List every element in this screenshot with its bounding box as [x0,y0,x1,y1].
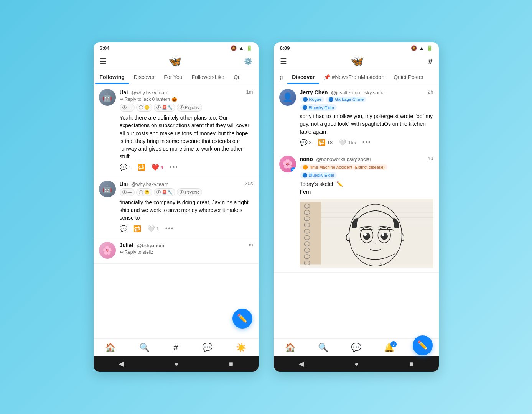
tab-discover-1[interactable]: Discover [129,70,159,84]
search-nav-1[interactable]: 🔍 [139,343,150,353]
more-btn-1[interactable]: ••• [170,164,178,171]
label-2a[interactable]: Ⓘ — [120,188,135,196]
like-btn-2[interactable]: 🤍 1 [147,225,159,232]
label-1b[interactable]: Ⓘ 🙂 [136,104,152,112]
post-text-jerry: sorry i had to unfollow you, my polterge… [300,112,433,136]
compose-btn-1[interactable]: ✏️ [232,309,252,329]
reply-btn-1[interactable]: 💬 1 [120,164,132,171]
badge-time-machine: 🟠 Time Machine Accident (Extinct disease… [300,164,388,170]
more-btn-jerry[interactable]: ••• [362,139,371,146]
android-nav-1: ◀ ● ■ [94,356,259,372]
post-actions-1: 💬 1 🔁 ❤️ 4 ••• [120,164,253,171]
author-handle-nono: @nonoworks.bsky.social [316,156,371,162]
post-content-nono: nono @nonoworks.bsky.social 1d 🟠 Time Ma… [300,156,433,268]
hashtag-nav-1[interactable]: # [173,343,178,353]
recents-btn-2[interactable]: ■ [409,360,413,368]
filter-icon-1[interactable]: ⚙️ [244,57,252,66]
wifi-icon-1: ▲ [239,45,244,51]
recents-btn-1[interactable]: ■ [229,360,233,368]
back-btn-2[interactable]: ◀ [299,360,304,368]
tab-foryou[interactable]: For You [159,70,187,84]
svg-point-21 [364,233,366,236]
repost-btn-1[interactable]: 🔁 [138,164,145,171]
post-author-row-1: Uai @why.bsky.team [120,89,169,96]
notif-badge: 3 [390,341,397,347]
chat-nav-2[interactable]: 💬 [351,343,361,353]
reply-icon-2: 💬 [120,225,127,232]
app-header-1: ☰ 🦋 ⚙️ [94,53,259,70]
reply-arrow-3: ↩ [120,250,124,255]
author-name-1: Uai [120,89,128,95]
post-nono: 🌸 + nono @nonoworks.bsky.social 1d 🟠 Tim… [274,151,439,273]
reply-to-1: ↩ Reply to jack 0 lantern 🎃 [120,97,253,102]
compose-btn-2[interactable]: ✏️ [413,335,433,355]
repost-btn-jerry[interactable]: 🔁 18 [318,139,333,146]
back-btn-1[interactable]: ◀ [119,360,124,368]
sun-nav-1[interactable]: ☀️ [236,343,246,353]
tab-following[interactable]: Following [95,70,129,84]
author-handle-3: @bsky.mom [137,243,164,248]
avatar-juliet: 🌸 [99,242,116,259]
badges-jerry: 🔵 Rogue 🔵 Garbage Chute [300,97,433,102]
tab-qu[interactable]: Qu [229,70,245,84]
menu-icon-1[interactable]: ☰ [100,57,107,66]
phone-frame-1: 6:04 🔕 ▲ 🔋 ☰ 🦋 ⚙️ Following Discover For… [94,42,259,372]
repost-btn-2[interactable]: 🔁 [133,225,141,232]
post-actions-jerry: 💬 8 🔁 18 🤍 159 ••• [300,139,433,146]
status-icons-1: 🔕 ▲ 🔋 [231,45,252,51]
menu-icon-2[interactable]: ☰ [280,57,287,66]
home-btn-1[interactable]: ● [175,360,179,368]
more-btn-2[interactable]: ••• [165,225,174,232]
label-2b[interactable]: Ⓘ 🙂 [136,188,152,196]
label-2c[interactable]: Ⓘ 🚨🔧 [154,188,175,196]
sketch-image [300,199,433,268]
status-bar-2: 6:09 🔕 ▲ 🔋 [274,42,439,53]
chat-nav-1[interactable]: 💬 [202,343,212,353]
post-header-1: Uai @why.bsky.team 1m [120,89,253,96]
labels-row-1: Ⓘ — Ⓘ 🙂 Ⓘ 🚨🔧 Ⓘ Psychic [120,104,253,112]
home-nav-2[interactable]: 🏠 [285,343,295,353]
post-2: 🤖 Uai @why.bsky.team 30s Ⓘ — Ⓘ 🙂 Ⓘ 🚨🔧 Ⓘ [94,176,259,237]
repost-icon-1: 🔁 [138,164,145,171]
app-header-2: ☰ 🦋 # [274,53,439,70]
like-btn-1[interactable]: ❤️ 4 [152,164,163,171]
hashtag-header-icon[interactable]: # [428,57,432,66]
time-1: 6:04 [100,45,110,51]
tab-g[interactable]: g [275,70,288,84]
post-time-3: m [249,242,253,248]
label-1c[interactable]: Ⓘ 🚨🔧 [154,104,175,112]
home-nav-1[interactable]: 🏠 [105,343,115,353]
svg-point-22 [381,233,384,236]
badge-garbage-chute: 🔵 Garbage Chute [326,97,366,102]
post-time-jerry: 2h [428,89,433,95]
author-name-3: Juliet [120,242,134,248]
like-btn-jerry[interactable]: 🤍 159 [339,139,356,146]
label-1d[interactable]: Ⓘ Psychic [177,104,202,112]
search-nav-2[interactable]: 🔍 [318,343,328,353]
home-btn-2[interactable]: ● [355,360,359,368]
like-icon-1: ❤️ [152,164,159,171]
status-icons-2: 🔕 ▲ 🔋 [411,45,433,51]
post-author-row-nono: nono @nonoworks.bsky.social [300,156,371,163]
tab-discover-2[interactable]: Discover [287,70,319,84]
repost-icon-2: 🔁 [133,225,141,232]
tab-newsfrommastodon[interactable]: 📌 #NewsFromMastodon [319,70,389,84]
label-2d[interactable]: Ⓘ Psychic [177,188,202,196]
repost-icon-jerry: 🔁 [318,139,326,146]
reply-btn-2[interactable]: 💬 [120,225,127,232]
like-count-1: 4 [161,164,163,170]
post-header-3: Juliet @bsky.mom m [120,242,253,249]
post-content-1: Uai @why.bsky.team 1m ↩ Reply to jack 0 … [120,89,253,171]
tab-quietposter[interactable]: Quiet Poster [389,70,428,84]
label-1a[interactable]: Ⓘ — [120,104,135,112]
post-3: 🌸 Juliet @bsky.mom m ↩ Reply to stellz [94,237,259,264]
post-text-2: financially the company is doing great, … [120,199,253,222]
status-bar-1: 6:04 🔕 ▲ 🔋 [94,42,259,53]
tab-followerslike[interactable]: FollowersLike [187,70,229,84]
reply-btn-jerry[interactable]: 💬 8 [300,139,312,146]
post-actions-2: 💬 🔁 🤍 1 ••• [120,225,253,232]
butterfly-logo-2: 🦋 [351,55,364,67]
notif-nav-2[interactable]: 🔔 3 [384,343,394,353]
svg-rect-1 [300,202,321,264]
post-time-2: 30s [245,181,253,186]
